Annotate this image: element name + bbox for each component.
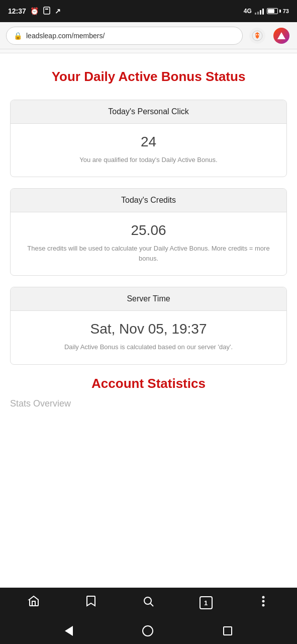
credits-description: These credits will be used to calculate … — [21, 244, 276, 263]
svg-rect-1 — [45, 9, 48, 10]
tab-count-number: 1 — [204, 599, 208, 607]
home-button[interactable] — [142, 625, 153, 636]
brave-logo-button[interactable] — [272, 26, 291, 45]
personal-click-description: You are qualified for today's Daily Acti… — [21, 155, 276, 165]
server-time-card: Server Time Sat, Nov 05, 19:37 Daily Act… — [10, 287, 287, 365]
server-time-body: Sat, Nov 05, 19:37 Daily Active Bonus is… — [11, 311, 286, 364]
status-bar-right: 4G 73 — [244, 8, 289, 15]
sim-icon — [43, 7, 51, 16]
server-time-value: Sat, Nov 05, 19:37 — [21, 321, 276, 337]
search-icon — [142, 595, 154, 610]
svg-point-3 — [256, 34, 257, 35]
personal-click-body: 24 You are qualified for today's Daily A… — [11, 124, 286, 177]
battery-percent: 73 — [283, 8, 289, 14]
personal-click-value: 24 — [21, 134, 276, 150]
svg-rect-0 — [44, 7, 50, 14]
recents-icon — [223, 626, 232, 635]
brave-shield-button[interactable] — [248, 26, 267, 45]
nav-search-button[interactable] — [136, 590, 161, 615]
recents-button[interactable] — [223, 626, 232, 635]
status-bar-left: 12:37 ⏰ ↗ — [8, 7, 61, 16]
brave-logo-icon — [273, 28, 289, 44]
back-icon — [65, 626, 73, 636]
personal-click-card: Today's Personal Click 24 You are qualif… — [10, 100, 287, 178]
server-time-description: Daily Active Bonus is calculated based o… — [21, 342, 276, 352]
home-icon — [28, 595, 40, 610]
status-bar: 12:37 ⏰ ↗ 4G 73 — [0, 0, 297, 22]
credits-header: Today's Credits — [11, 189, 286, 212]
back-button[interactable] — [65, 626, 73, 636]
credits-card: Today's Credits 25.06 These credits will… — [10, 188, 287, 276]
svg-point-5 — [144, 597, 151, 604]
personal-click-header: Today's Personal Click — [11, 100, 286, 124]
url-bar[interactable]: 🔒 leadsleap.com/members/ — [6, 27, 243, 45]
stats-overview-label: Stats Overview — [10, 394, 287, 413]
satellite-icon: ↗ — [55, 7, 61, 15]
page-title: Your Daily Active Bonus Status — [10, 68, 287, 86]
page-content: Your Daily Active Bonus Status Today's P… — [0, 49, 297, 588]
bottom-nav: 1 — [0, 588, 297, 618]
svg-line-6 — [151, 604, 154, 607]
battery-indicator: 73 — [267, 8, 289, 14]
url-text: leadsleap.com/members/ — [26, 32, 105, 40]
account-stats-title: Account Statistics — [10, 376, 287, 391]
status-time: 12:37 — [8, 7, 26, 15]
credits-value: 25.06 — [21, 222, 276, 238]
credits-body: 25.06 These credits will be used to calc… — [11, 212, 286, 275]
bookmark-icon — [85, 595, 96, 610]
alarm-icon: ⏰ — [30, 7, 39, 15]
home-circle-icon — [142, 625, 153, 636]
scroll-hint — [0, 49, 297, 53]
brave-lion-icon — [249, 28, 265, 44]
svg-point-8 — [262, 600, 264, 603]
signal-bars — [255, 8, 264, 15]
nav-tabs-button[interactable]: 1 — [193, 590, 219, 615]
tab-count: 1 — [200, 596, 213, 609]
nav-bookmarks-button[interactable] — [78, 590, 104, 615]
svg-point-9 — [262, 604, 264, 607]
nav-menu-button[interactable] — [251, 590, 276, 615]
nav-home-button[interactable] — [21, 590, 46, 615]
main-content: Your Daily Active Bonus Status Today's P… — [0, 53, 297, 428]
svg-point-4 — [258, 34, 259, 35]
system-nav — [0, 618, 297, 644]
menu-dots-icon — [262, 595, 265, 610]
lock-icon: 🔒 — [14, 32, 22, 40]
server-time-header: Server Time — [11, 287, 286, 311]
browser-bar: 🔒 leadsleap.com/members/ — [0, 22, 297, 49]
network-type: 4G — [244, 8, 252, 15]
svg-point-7 — [262, 596, 264, 599]
